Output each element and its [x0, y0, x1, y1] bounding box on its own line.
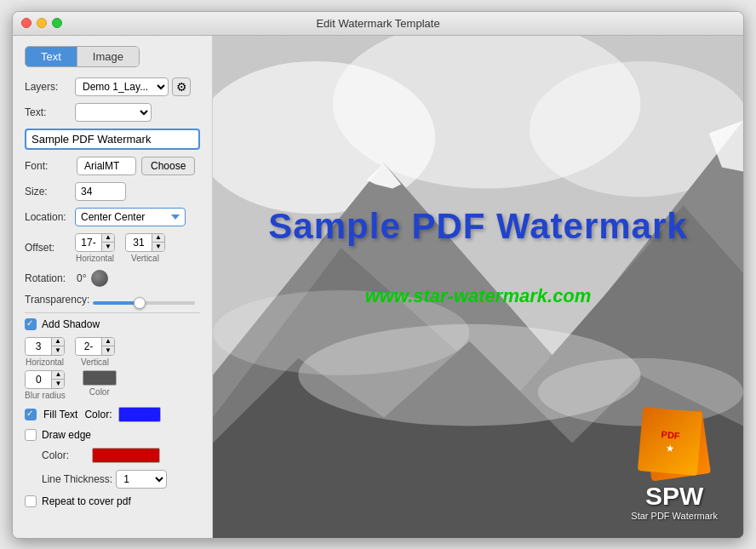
size-label: Size: [25, 186, 72, 197]
location-label: Location: [25, 211, 72, 223]
offset-label: Offset: [25, 242, 72, 254]
choose-font-button[interactable]: Choose [141, 157, 195, 175]
repeat-row: Repeat to cover pdf [25, 495, 200, 507]
preview-background: Sample PDF Watermark www.star-watermark.… [213, 36, 743, 538]
shadow-v-stepper: 2- ▲ ▼ [75, 337, 115, 356]
blur-arrows: ▲ ▼ [51, 371, 64, 388]
left-panel: Text Image Layers: Demo 1_Lay... ⚙ Text: [13, 36, 213, 538]
fill-text-row: Fill Text Color: [25, 407, 200, 422]
edge-color-swatch[interactable] [92, 448, 160, 463]
shadow-h-stepper: 3 ▲ ▼ [25, 337, 65, 356]
transparency-row: Transparency: [25, 294, 200, 306]
shadow-color-swatch[interactable] [83, 370, 117, 386]
line-thickness-row: Line Thickness: 1 2 3 [42, 470, 200, 489]
fill-color-label: Color: [84, 409, 112, 420]
font-label: Font: [25, 160, 72, 172]
blur-label: Blur radius [25, 391, 66, 400]
location-row: Location: Center Center Top Left Top Cen… [25, 208, 200, 226]
shadow-label: Add Shadow [42, 318, 100, 330]
location-select[interactable]: Center Center Top Left Top Center Top Ri… [75, 208, 186, 226]
logo-front: PDF ★ [638, 407, 702, 476]
transparency-slider-container [93, 295, 200, 305]
text-type-row: Text: [25, 103, 200, 122]
offset-section: Offset: 17- ▲ ▼ Horizontal [25, 233, 200, 263]
edge-color-label: Color: [42, 449, 89, 461]
shadow-h-down[interactable]: ▼ [52, 346, 64, 355]
transparency-slider-thumb[interactable] [134, 297, 146, 309]
shadow-checkbox-row: Add Shadow [25, 318, 200, 330]
offset-inputs: 17- ▲ ▼ Horizontal 31 [75, 233, 165, 263]
shadow-checkbox[interactable] [25, 318, 37, 330]
logo-spw: SPW [645, 482, 703, 511]
shadow-h-arrows: ▲ ▼ [51, 338, 64, 355]
offset-v-up[interactable]: ▲ [152, 234, 164, 243]
text-label: Text: [25, 106, 72, 118]
gear-button[interactable]: ⚙ [172, 77, 191, 96]
shadow-color-field: Color [83, 370, 117, 400]
shadow-v-field: 2- ▲ ▼ Vertical [75, 337, 115, 367]
offset-h-down[interactable]: ▼ [102, 243, 114, 251]
traffic-lights [21, 18, 62, 28]
shadow-v-up[interactable]: ▲ [102, 338, 114, 346]
divider-1 [25, 312, 200, 313]
maximize-button[interactable] [52, 18, 62, 28]
watermark-url-text: www.star-watermark.com [365, 285, 592, 307]
layers-select[interactable]: Demo 1_Lay... [75, 77, 169, 96]
preview-panel: Sample PDF Watermark www.star-watermark.… [213, 36, 743, 538]
offset-v-down[interactable]: ▼ [152, 243, 164, 251]
offset-horizontal-field: 17- ▲ ▼ Horizontal [75, 233, 115, 263]
content-area: Text Image Layers: Demo 1_Lay... ⚙ Text: [13, 36, 743, 538]
transparency-slider[interactable] [93, 301, 195, 305]
offset-vertical-field: 31 ▲ ▼ Vertical [125, 233, 165, 263]
line-thickness-select[interactable]: 1 2 3 [116, 470, 167, 489]
repeat-checkbox[interactable] [25, 495, 37, 507]
shadow-v-down[interactable]: ▼ [102, 346, 114, 355]
size-row: Size: [25, 182, 200, 201]
rotation-row: Rotation: 0° [25, 270, 200, 287]
shadow-h-label: Horizontal [26, 357, 64, 367]
offset-h-up[interactable]: ▲ [102, 234, 114, 243]
shadow-v-arrows: ▲ ▼ [101, 338, 114, 355]
shadow-v-value: 2- [76, 339, 101, 354]
logo-area: PDF P PDF ★ SPW Star PDF Watermark [631, 409, 718, 521]
fill-text-checkbox[interactable] [25, 409, 37, 420]
tab-text[interactable]: Text [26, 47, 77, 66]
blur-down[interactable]: ▼ [52, 380, 64, 388]
layers-label: Layers: [25, 81, 72, 93]
rotation-knob[interactable] [91, 270, 108, 287]
offset-v-stepper: 31 ▲ ▼ [125, 233, 165, 252]
shadow-color-label: Color [89, 387, 110, 397]
shadow-h-value: 3 [26, 339, 51, 354]
text-type-select[interactable] [75, 103, 152, 122]
blur-value: 0 [26, 372, 51, 387]
layers-row: Layers: Demo 1_Lay... ⚙ [25, 77, 200, 96]
tab-image[interactable]: Image [77, 47, 139, 66]
offset-v-label: Vertical [131, 254, 159, 263]
blur-color-row: 0 ▲ ▼ Blur radius Color [25, 370, 200, 400]
blur-up[interactable]: ▲ [52, 371, 64, 380]
minimize-button[interactable] [37, 18, 47, 28]
tab-bar: Text Image [25, 46, 140, 67]
draw-edge-row: Draw edge [25, 429, 200, 441]
shadow-h-up[interactable]: ▲ [52, 338, 64, 346]
draw-edge-checkbox[interactable] [25, 429, 37, 441]
window-title: Edit Watermark Template [316, 17, 439, 30]
shadow-h-field: 3 ▲ ▼ Horizontal [25, 337, 65, 367]
edge-color-row: Color: [42, 448, 200, 463]
text-input[interactable] [25, 129, 200, 150]
offset-h-arrows: ▲ ▼ [101, 234, 114, 251]
main-window: Edit Watermark Template Text Image Layer… [12, 11, 744, 539]
rotation-label: Rotation: [25, 272, 72, 284]
offset-v-arrows: ▲ ▼ [152, 234, 164, 251]
logo-box: PDF P PDF ★ [632, 409, 717, 482]
close-button[interactable] [21, 18, 32, 28]
offset-v-value: 31 [126, 235, 152, 250]
blur-field: 0 ▲ ▼ Blur radius [25, 370, 66, 400]
shadow-v-label: Vertical [81, 357, 109, 367]
line-thickness-label: Line Thickness: [42, 473, 112, 485]
draw-edge-label: Draw edge [42, 429, 91, 441]
fill-color-swatch[interactable] [118, 407, 161, 422]
size-input[interactable] [75, 182, 126, 201]
shadow-fields: 3 ▲ ▼ Horizontal 2- ▲ ▼ [25, 337, 200, 367]
fill-text-label: Fill Text [43, 409, 77, 420]
